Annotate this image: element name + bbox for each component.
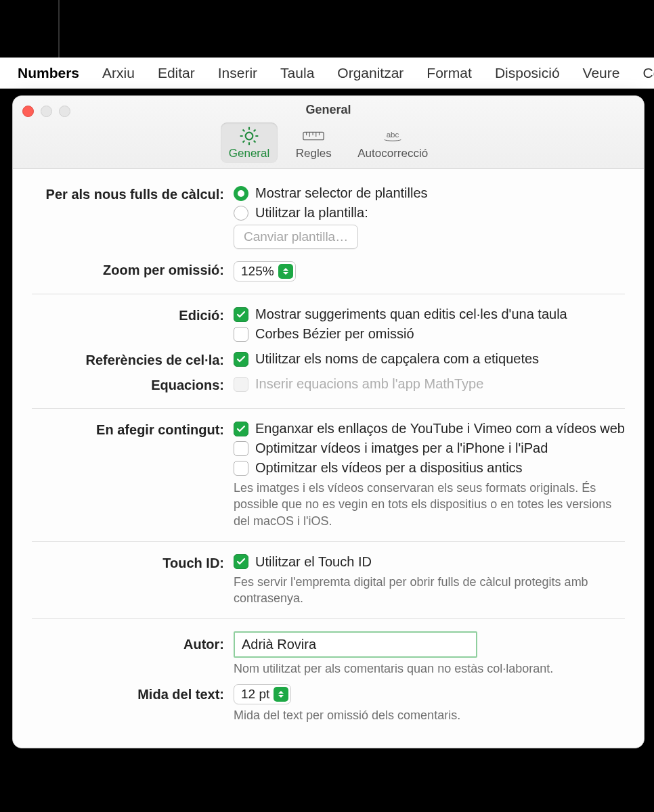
label-default-zoom: Zoom per omissió: [32, 261, 234, 278]
touchid-description: Fes servir l'empremta digital per obrir … [234, 574, 625, 607]
tab-rulers-label: Regles [296, 147, 332, 160]
menu-item-editar[interactable]: Editar [158, 65, 195, 81]
divider [32, 618, 625, 619]
default-zoom-value: 125% [241, 264, 274, 279]
ruler-icon [302, 127, 325, 145]
label-cell-refs: Referències de cel·la: [32, 351, 234, 368]
label-add-content: En afegir contingut: [32, 421, 234, 438]
label-author: Autor: [32, 631, 234, 652]
stepper-icon [274, 687, 288, 702]
top-black-region [0, 0, 654, 58]
text-size-select[interactable]: 12 pt [234, 684, 291, 704]
minimize-button[interactable] [41, 106, 52, 117]
label-text-size: Mida del text: [32, 684, 234, 702]
menu-item-numbers[interactable]: Numbers [18, 65, 79, 81]
label-equations: Equacions: [32, 376, 234, 393]
text-size-description: Mida del text per omissió dels comentari… [234, 707, 625, 723]
preferences-window: General General Regles abc Autocorrecció [12, 95, 645, 748]
divider [32, 541, 625, 542]
tab-general-label: General [229, 147, 269, 160]
label-editing: Edició: [32, 307, 234, 323]
checkbox-bezier[interactable] [234, 327, 248, 342]
close-button[interactable] [22, 106, 34, 117]
checkbox-optimize-iphone-label: Optimitzar vídeos i imatges per a l'iPho… [255, 441, 548, 456]
svg-text:abc: abc [387, 131, 399, 139]
menu-item-disposicio[interactable]: Disposició [495, 65, 560, 81]
checkbox-header-names-label: Utilitzar els noms de capçalera com a et… [255, 351, 539, 367]
autocorrect-icon: abc [381, 127, 404, 145]
divider [32, 408, 625, 409]
text-size-value: 12 pt [241, 687, 269, 702]
checkbox-paste-links-label: Enganxar els enllaços de YouTube i Vimeo… [255, 421, 625, 436]
checkbox-touchid[interactable] [234, 554, 248, 569]
preferences-tabs: General Regles abc Autocorrecció [13, 122, 644, 168]
tab-autocorrect-label: Autocorrecció [357, 147, 428, 160]
label-touchid: Touch ID: [32, 554, 234, 571]
checkbox-show-suggestions[interactable] [234, 307, 248, 322]
gear-icon [238, 127, 261, 145]
author-description: Nom utilitzat per als comentaris quan no… [234, 660, 625, 677]
checkbox-header-names[interactable] [234, 352, 248, 367]
stepper-icon [278, 264, 293, 279]
callout-line [58, 0, 60, 58]
menu-item-arxiu[interactable]: Arxiu [102, 65, 135, 81]
default-zoom-select[interactable]: 125% [234, 261, 296, 281]
menu-item-veure[interactable]: Veure [583, 65, 620, 81]
checkbox-touchid-label: Utilitzar el Touch ID [255, 554, 372, 570]
menu-bar: Numbers Arxiu Editar Inserir Taula Organ… [0, 58, 654, 89]
svg-point-0 [246, 133, 253, 140]
add-content-description: Les imatges i els vídeos conservaran els… [234, 480, 625, 529]
checkbox-mathtype-label: Inserir equacions amb l'app MathType [255, 376, 483, 392]
change-template-button[interactable]: Canviar plantilla… [234, 225, 358, 249]
window-title: General [13, 103, 644, 117]
tab-rulers[interactable]: Regles [287, 122, 340, 163]
checkbox-paste-links[interactable] [234, 422, 248, 436]
checkbox-show-suggestions-label: Mostrar suggeriments quan editis cel·les… [255, 307, 567, 322]
author-input[interactable] [234, 631, 477, 658]
tab-general[interactable]: General [221, 122, 278, 163]
window-controls [22, 106, 70, 117]
titlebar: General General Regles abc Autocorrecció [13, 96, 644, 169]
zoom-button[interactable] [59, 106, 70, 117]
radio-use-template[interactable] [234, 206, 248, 221]
radio-show-template-selector-label: Mostrar selector de plantilles [255, 185, 428, 201]
menu-item-format[interactable]: Format [427, 65, 472, 81]
menu-item-compartir[interactable]: Comp [642, 65, 654, 81]
menu-item-taula[interactable]: Taula [280, 65, 314, 81]
radio-use-template-label: Utilitzar la plantilla: [255, 205, 368, 221]
label-new-sheets: Per als nous fulls de càlcul: [32, 185, 234, 202]
checkbox-optimize-old[interactable] [234, 461, 248, 476]
menu-item-organitzar[interactable]: Organitzar [337, 65, 404, 81]
radio-show-template-selector[interactable] [234, 186, 248, 201]
divider [32, 294, 625, 294]
checkbox-bezier-label: Corbes Bézier per omissió [255, 326, 414, 342]
checkbox-optimize-old-label: Optimitzar els vídeos per a dispositius … [255, 460, 523, 476]
menu-item-inserir[interactable]: Inserir [218, 65, 257, 81]
checkbox-optimize-iphone[interactable] [234, 441, 248, 456]
checkbox-mathtype [234, 377, 248, 392]
tab-autocorrect[interactable]: abc Autocorrecció [349, 122, 436, 163]
